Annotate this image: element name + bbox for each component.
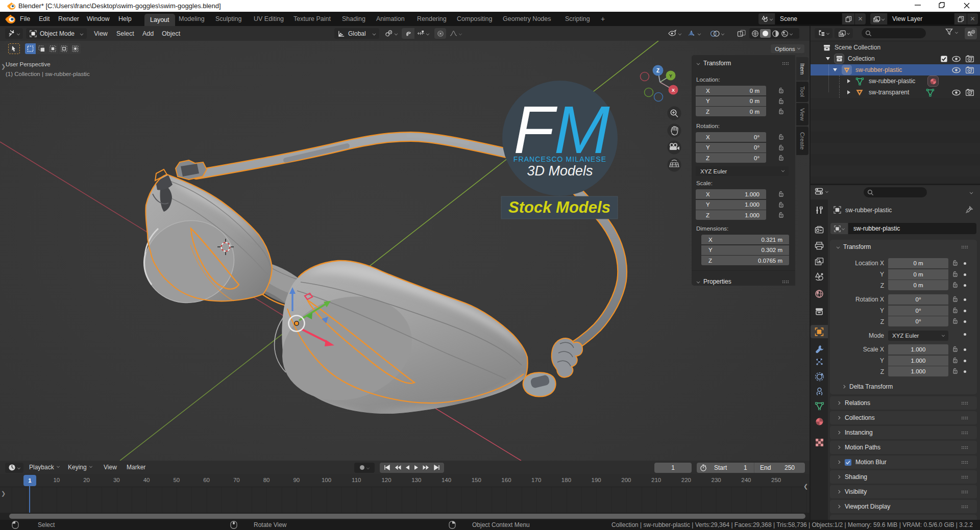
svg-text:Stock Models: Stock Models xyxy=(508,198,610,216)
svg-text:3D Models: 3D Models xyxy=(527,163,593,179)
svg-text:X: X xyxy=(672,88,675,93)
svg-text:FRANCESCO MILANESE: FRANCESCO MILANESE xyxy=(513,155,606,163)
svg-text:Z: Z xyxy=(656,68,659,73)
svg-text:Y: Y xyxy=(669,73,672,79)
